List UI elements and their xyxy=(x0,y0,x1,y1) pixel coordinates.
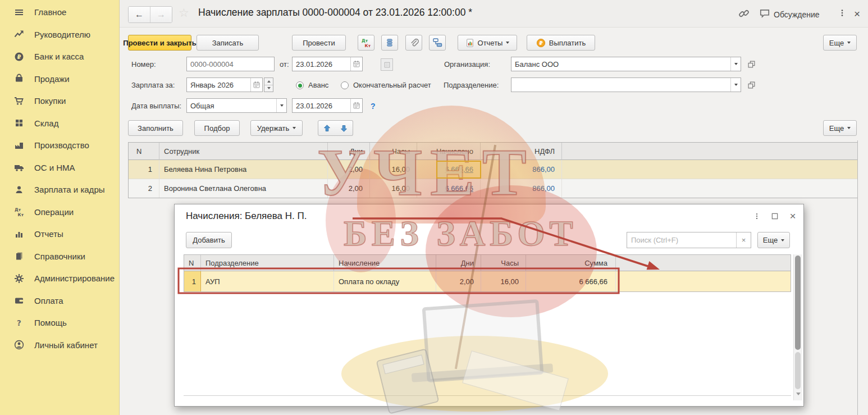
calendar-icon[interactable] xyxy=(250,78,262,92)
cell-department[interactable]: АУП xyxy=(201,271,334,291)
sidebar-item-sales[interactable]: Продажи xyxy=(0,68,119,90)
chevron-down-icon[interactable] xyxy=(730,57,741,71)
forward-button[interactable]: → xyxy=(150,7,172,22)
more-button-top[interactable]: Еще xyxy=(823,35,857,51)
col-header-hours[interactable]: Часы xyxy=(481,255,526,271)
cell-accrual[interactable]: Оплата по окладу xyxy=(334,271,436,291)
move-up-button[interactable] xyxy=(318,120,336,136)
cell-days[interactable]: 2,00 xyxy=(436,271,481,291)
withhold-button[interactable]: Удержать xyxy=(250,120,303,136)
final-settlement-radio-label[interactable]: Окончательный расчет xyxy=(353,81,431,89)
doc-date-input[interactable] xyxy=(293,60,350,69)
col-header-ndfl[interactable]: НДФЛ xyxy=(481,143,562,160)
cell-hours[interactable]: 16,00 xyxy=(481,271,526,291)
discussion-button[interactable]: Обсуждение xyxy=(759,8,820,21)
chevron-down-icon[interactable] xyxy=(276,99,286,112)
final-settlement-radio[interactable] xyxy=(341,81,349,89)
sidebar-item-payment[interactable]: Оплата xyxy=(0,290,119,312)
pick-button[interactable]: Подбор xyxy=(194,120,240,136)
post-button[interactable]: Провести xyxy=(292,35,346,51)
move-down-button[interactable] xyxy=(335,120,353,136)
sidebar-item-bank[interactable]: ₽ Банк и касса xyxy=(0,45,119,68)
cell-employee[interactable]: Воронина Светлана Олеговна xyxy=(159,179,328,198)
col-header-days[interactable]: Дни xyxy=(436,255,481,271)
back-button[interactable]: ← xyxy=(129,7,150,22)
table-row[interactable]: 2 Воронина Светлана Олеговна 2,00 16,00 … xyxy=(129,179,857,198)
calendar-icon[interactable] xyxy=(350,57,362,71)
sidebar-item-administration[interactable]: Администрирование xyxy=(0,267,119,290)
col-header-n[interactable]: N xyxy=(129,143,159,160)
number-field[interactable] xyxy=(186,57,275,71)
modal-more-button[interactable]: Еще xyxy=(757,232,790,248)
scrollbar-thumb[interactable] xyxy=(795,256,801,350)
post-and-close-button[interactable]: Провести и закрыть xyxy=(128,35,191,51)
dtkt-entries-button[interactable]: ДтКт xyxy=(358,35,374,51)
modal-more-dots-icon[interactable] xyxy=(752,211,762,221)
col-header-sum[interactable]: Сумма xyxy=(526,255,616,271)
save-button[interactable]: Записать xyxy=(197,35,259,51)
more-button-table[interactable]: Еще xyxy=(823,120,857,136)
reports-button[interactable]: Отчеты xyxy=(458,35,517,51)
col-header-hours[interactable]: Часы xyxy=(370,143,417,160)
organization-field[interactable]: Баланс ООО xyxy=(511,57,741,71)
department-field[interactable] xyxy=(511,77,741,92)
help-link[interactable]: ? xyxy=(371,102,376,111)
cell-accrued[interactable]: 6 666,66 xyxy=(417,160,481,179)
clear-search-icon[interactable]: × xyxy=(736,232,751,248)
cell-ndfl[interactable]: 866,00 xyxy=(481,160,562,179)
cell-accrued[interactable]: 6 666,66 xyxy=(417,179,481,198)
register-grid-button[interactable] xyxy=(381,58,393,71)
favorite-star-icon[interactable]: ☆ xyxy=(179,6,189,20)
col-header-employee[interactable]: Сотрудник xyxy=(159,143,328,160)
search-input[interactable] xyxy=(627,232,736,248)
copy-link-icon[interactable] xyxy=(738,8,750,19)
cell-n[interactable]: 1 xyxy=(184,271,201,291)
add-row-button[interactable]: Добавить xyxy=(186,232,232,248)
cell-n[interactable]: 2 xyxy=(129,179,159,198)
pay-date-field[interactable] xyxy=(292,98,363,113)
cell-sum[interactable]: 6 666,66 xyxy=(526,271,616,291)
scrollbar-down-arrow-icon[interactable] xyxy=(796,393,801,395)
more-menu-dots-icon[interactable] xyxy=(838,8,847,18)
calendar-icon[interactable] xyxy=(350,99,362,112)
sidebar-item-operations[interactable]: ДтКт Операции xyxy=(0,201,119,224)
fill-button[interactable]: Заполнить xyxy=(128,120,183,136)
sidebar-item-manager[interactable]: Руководителю xyxy=(0,24,119,46)
open-organization-button[interactable] xyxy=(746,58,757,70)
col-header-days[interactable]: Дни xyxy=(328,143,370,160)
sidebar-item-hr[interactable]: Зарплата и кадры xyxy=(0,179,119,201)
attachments-button[interactable] xyxy=(405,35,422,51)
col-header-accrued[interactable]: Начислено xyxy=(417,143,481,160)
modal-scrollbar[interactable] xyxy=(793,254,802,400)
close-window-icon[interactable]: × xyxy=(854,8,860,20)
stepper-up-icon[interactable] xyxy=(264,78,273,85)
open-department-button[interactable] xyxy=(746,79,757,91)
col-header-accrual[interactable]: Начисление xyxy=(334,255,436,271)
stepper-down-icon[interactable] xyxy=(264,85,273,92)
salary-period-field[interactable] xyxy=(186,77,263,92)
pay-button[interactable]: ₽ Выплатить xyxy=(527,35,595,51)
sidebar-item-purchases[interactable]: Покупки xyxy=(0,90,119,112)
number-input[interactable] xyxy=(187,60,274,69)
pay-date-mode-select[interactable]: Общая xyxy=(186,98,287,113)
col-header-n[interactable]: N xyxy=(184,255,201,271)
sidebar-item-production[interactable]: Производство xyxy=(0,134,119,157)
cell-ndfl[interactable]: 866,00 xyxy=(481,179,562,198)
register-records-button[interactable] xyxy=(381,35,398,51)
cell-days[interactable]: 2,00 xyxy=(328,179,370,198)
cell-employee[interactable]: Беляева Нина Петровна xyxy=(159,160,328,179)
period-stepper[interactable] xyxy=(264,77,273,92)
sidebar-item-reports[interactable]: Отчеты xyxy=(0,223,119,245)
cell-days[interactable]: 2,00 xyxy=(328,160,370,179)
sidebar-item-personal-account[interactable]: Личный кабинет xyxy=(0,334,119,357)
sidebar-item-fixed-assets[interactable]: ОС и НМА xyxy=(0,157,119,179)
advance-radio-label[interactable]: Аванс xyxy=(308,81,328,89)
sidebar-item-main[interactable]: Главное xyxy=(0,1,119,24)
cell-n[interactable]: 1 xyxy=(129,160,159,179)
modal-close-icon[interactable]: × xyxy=(788,211,798,221)
structure-button[interactable] xyxy=(429,35,446,51)
sidebar-item-warehouse[interactable]: Склад xyxy=(0,112,119,135)
cell-hours[interactable]: 16,00 xyxy=(370,160,417,179)
pay-date-input[interactable] xyxy=(293,102,350,110)
advance-radio[interactable] xyxy=(296,81,304,89)
